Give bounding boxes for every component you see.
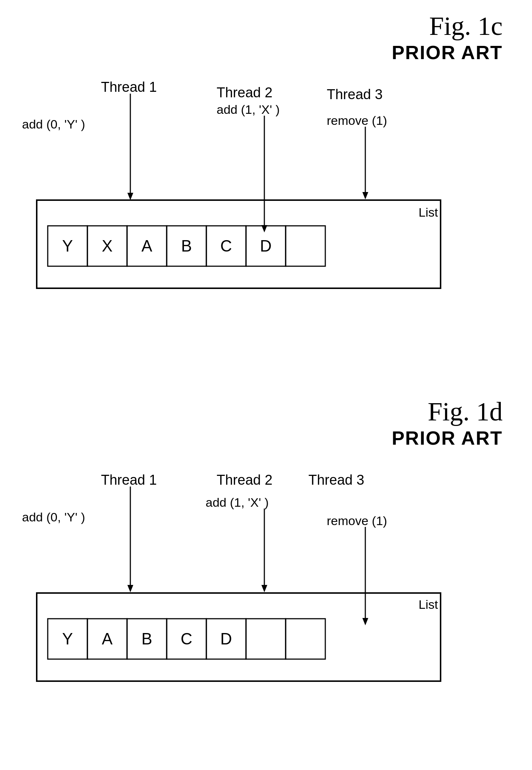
op-thread2-1c: add (1, 'X' ) <box>217 102 280 116</box>
thread2-label-1d: Thread 2 <box>217 472 272 488</box>
cell-empty1-1d <box>246 619 286 659</box>
op-left-1d: add (0, 'Y' ) <box>22 510 85 524</box>
cell-Y-text-1c: Y <box>62 237 73 255</box>
cell-B-text-1c: B <box>181 237 192 255</box>
arrow-thread3-head-1d <box>362 618 368 625</box>
op-thread2-1d: add (1, 'X' ) <box>206 495 269 509</box>
arrow-thread1-head-1d <box>127 585 133 592</box>
list-box-1d <box>37 593 441 681</box>
cell-D-text-1c: D <box>260 237 272 255</box>
cell-A-text-1d: A <box>102 630 113 648</box>
cell-C-text-1d: C <box>181 630 192 648</box>
cell-A-text-1c: A <box>141 237 152 255</box>
fig-1d-svg: Thread 1 Thread 2 Thread 3 add (0, 'Y' )… <box>0 386 532 734</box>
cell-C-text-1c: C <box>220 237 232 255</box>
arrow-thread2-head-1d <box>261 585 267 592</box>
cell-empty2-1d <box>286 619 325 659</box>
arrow-thread3-head-1c <box>362 192 368 199</box>
op-left-1c: add (0, 'Y' ) <box>22 117 85 131</box>
op-thread3-1d: remove (1) <box>327 514 387 528</box>
cell-D-text-1d: D <box>220 630 232 648</box>
thread3-label-1d: Thread 3 <box>308 472 364 488</box>
page: Fig. 1c PRIOR ART Thread 1 Thread 2 Thre… <box>0 0 532 770</box>
op-thread3-1c: remove (1) <box>327 113 387 127</box>
cell-empty1-1c <box>286 226 325 266</box>
cell-B-text-1d: B <box>141 630 152 648</box>
fig-1c-svg: Thread 1 Thread 2 Thread 3 add (0, 'Y' )… <box>0 0 532 338</box>
thread1-label-1c: Thread 1 <box>101 79 157 95</box>
thread3-label-1c: Thread 3 <box>327 87 383 102</box>
thread1-label-1d: Thread 1 <box>101 472 157 488</box>
cell-X-text-1c: X <box>102 237 112 255</box>
fig-1d-section: Fig. 1d PRIOR ART Thread 1 Thread 2 Thre… <box>0 386 532 745</box>
list-label-1d: List <box>419 597 438 611</box>
arrow-thread1-head-1c <box>127 193 133 200</box>
list-label-1c: List <box>419 205 438 219</box>
thread2-label-1c: Thread 2 <box>217 85 272 100</box>
list-box-1c <box>37 200 441 288</box>
cell-Y-text-1d: Y <box>62 630 73 648</box>
fig-1c-section: Fig. 1c PRIOR ART Thread 1 Thread 2 Thre… <box>0 0 532 360</box>
